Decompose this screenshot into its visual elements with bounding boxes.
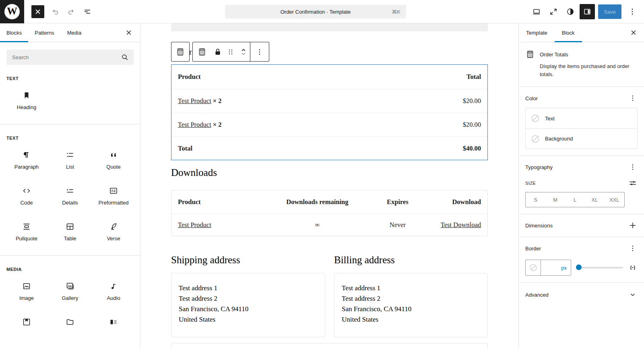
border-options-button[interactable]: [628, 244, 638, 253]
block-item-table[interactable]: Table: [48, 218, 92, 243]
dl-header-download: Download: [429, 198, 481, 206]
empty-swatch-icon: [530, 134, 540, 144]
block-item-paragraph[interactable]: Paragraph: [5, 146, 48, 171]
block-item-label: Pullquote: [16, 235, 37, 242]
undo-button[interactable]: [47, 4, 63, 19]
size-option-xxl[interactable]: XXL: [605, 192, 624, 207]
shipping-address-box: Test address 1 Test address 2 San Franci…: [171, 273, 325, 337]
advanced-panel-title: Advanced: [525, 292, 549, 298]
block-item-quote[interactable]: Quote: [92, 146, 135, 171]
order-table-row: Test Product × 2 $20.00: [171, 89, 487, 113]
block-options-button[interactable]: [250, 42, 269, 61]
move-up-down-button[interactable]: [237, 42, 250, 61]
audio-icon: [109, 281, 118, 291]
kebab-icon: [628, 162, 638, 172]
divider: [0, 124, 140, 124]
settings-close-button[interactable]: [626, 23, 641, 42]
order-totals-block[interactable]: Product Total Test Product × 2 $20.00 Te…: [171, 64, 488, 160]
block-item-image[interactable]: Image: [5, 277, 48, 303]
kebab-icon: [255, 47, 264, 57]
text-color-label: Text: [545, 116, 555, 122]
block-inserter-toggle-button[interactable]: [31, 5, 44, 18]
document-title-button[interactable]: Order Confirmation · Template ⌘K: [225, 5, 406, 19]
zoom-out-button[interactable]: [546, 4, 561, 19]
color-options-button[interactable]: [628, 93, 638, 103]
order-header-product: Product: [178, 73, 201, 81]
image-icon: [22, 281, 31, 291]
shipping-address-heading: Shipping address: [171, 254, 240, 266]
download-product-link[interactable]: Test Product: [178, 221, 211, 229]
downloads-table: Product Downloads remaining Expires Down…: [171, 190, 488, 236]
background-color-row[interactable]: Background: [526, 128, 637, 149]
redo-button[interactable]: [64, 4, 79, 19]
block-type-button[interactable]: [193, 42, 211, 61]
view-button[interactable]: [529, 4, 544, 19]
size-option-l[interactable]: L: [565, 192, 585, 207]
settings-sidebar: Template Block Order Totals Display the …: [518, 23, 644, 349]
tab-blocks[interactable]: Blocks: [0, 23, 28, 42]
tab-patterns[interactable]: Patterns: [28, 23, 60, 42]
block-item-gallery[interactable]: Gallery: [48, 277, 92, 303]
editor-canvas: r: [140, 23, 518, 349]
block-item-code[interactable]: Code: [5, 182, 48, 207]
tab-media[interactable]: Media: [61, 23, 88, 42]
dl-header-product: Product: [178, 198, 269, 206]
block-item-label: Image: [19, 295, 34, 301]
product-link[interactable]: Test Product: [178, 121, 211, 128]
styles-button[interactable]: [563, 4, 578, 19]
drag-handle[interactable]: [224, 42, 237, 61]
address-line: United States: [179, 314, 318, 325]
redo-icon: [66, 7, 76, 17]
list-icon: [65, 150, 75, 160]
document-overview-button[interactable]: [80, 4, 95, 19]
block-item-cover[interactable]: [5, 313, 48, 328]
previous-block-placeholder[interactable]: [171, 23, 488, 31]
color-panel: Color Text Backg: [519, 87, 644, 156]
media-text-icon: [109, 317, 118, 327]
border-color-button[interactable]: [526, 260, 541, 275]
save-button[interactable]: Save: [598, 4, 621, 19]
border-width-slider[interactable]: [576, 263, 623, 273]
sidebar-panel-icon: [582, 7, 592, 17]
search-input[interactable]: [6, 50, 134, 65]
block-item-verse[interactable]: Verse: [92, 218, 135, 243]
tab-template[interactable]: Template: [519, 23, 555, 42]
block-item-pullquote[interactable]: Pullquote: [5, 218, 48, 243]
address-line: Test address 1: [342, 283, 480, 293]
paragraph-icon: [22, 150, 31, 160]
block-item-media-text[interactable]: [92, 313, 135, 328]
product-link[interactable]: Test Product: [178, 97, 211, 105]
gallery-icon: [65, 281, 75, 291]
size-option-xl[interactable]: XL: [585, 192, 605, 207]
parent-block-button[interactable]: [171, 42, 190, 62]
dl-header-remaining: Downloads remaining: [269, 198, 366, 206]
size-option-m[interactable]: M: [545, 192, 565, 207]
block-item-label: Audio: [107, 295, 120, 301]
unlink-sides-icon[interactable]: [628, 263, 638, 273]
text-color-row[interactable]: Text: [526, 108, 637, 128]
size-option-s[interactable]: S: [526, 192, 545, 207]
empty-swatch-icon: [530, 114, 540, 123]
size-settings-button[interactable]: [628, 178, 638, 188]
border-width-input[interactable]: px: [541, 265, 571, 271]
download-link[interactable]: Test Download: [441, 221, 481, 229]
block-item-file[interactable]: [48, 313, 92, 328]
advanced-panel-toggle[interactable]: Advanced: [519, 283, 644, 307]
slider-thumb[interactable]: [576, 264, 582, 270]
tab-block[interactable]: Block: [555, 23, 582, 42]
settings-sidebar-toggle-button[interactable]: [580, 4, 595, 19]
block-inserter-sidebar: Blocks Patterns Media Text Heading: [0, 23, 140, 349]
block-item-details[interactable]: Details: [48, 182, 92, 207]
block-item-preformatted[interactable]: Preformatted: [92, 182, 135, 207]
typography-options-button[interactable]: [628, 162, 638, 172]
dimensions-add-button[interactable]: [628, 221, 638, 230]
block-item-list[interactable]: List: [48, 146, 92, 171]
block-item-audio[interactable]: Audio: [92, 277, 135, 303]
block-item-label: Details: [62, 200, 78, 206]
inserter-close-button[interactable]: [122, 23, 136, 42]
top-bar: W Order Confirmation · Template ⌘K: [0, 0, 644, 23]
options-menu-button[interactable]: [625, 4, 640, 19]
block-item-heading[interactable]: Heading: [5, 87, 48, 112]
wordpress-logo[interactable]: W: [0, 0, 24, 23]
lock-button[interactable]: [211, 42, 224, 61]
